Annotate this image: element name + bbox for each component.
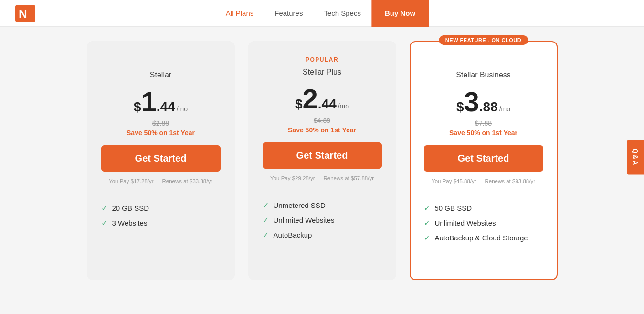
feature-text: 3 Websites: [112, 219, 148, 227]
main-nav: All Plans Features Tech Specs Buy Now: [215, 0, 429, 27]
price-decimal: .44: [157, 100, 175, 114]
billing-note: You Pay $45.88/yr — Renews at $93.88/yr: [424, 178, 543, 184]
price-main: 3: [464, 88, 479, 116]
plan-name: Stellar Plus: [263, 68, 382, 76]
price-period: /mo: [338, 102, 349, 110]
check-icon: ✓: [424, 218, 430, 227]
feature-item: ✓ 3 Websites: [101, 218, 221, 227]
price-dollar: $: [295, 97, 303, 111]
feature-item: ✓ AutoBackup: [263, 230, 382, 239]
nav-all-plans[interactable]: All Plans: [215, 0, 264, 27]
feature-text: Unlimited Websites: [435, 219, 496, 227]
save-text: Save 50% on 1st Year: [263, 126, 382, 134]
billing-note: You Pay $29.28/yr — Renews at $57.88/yr: [263, 175, 382, 181]
check-icon: ✓: [424, 204, 430, 213]
price-main: 2: [303, 85, 318, 113]
feature-item: ✓ 20 GB SSD: [101, 204, 221, 213]
plan-name: Stellar: [101, 71, 221, 79]
features-list: ✓ 50 GB SSD ✓ Unlimited Websites ✓ AutoB…: [424, 204, 543, 242]
get-started-button[interactable]: Get Started: [263, 142, 382, 169]
divider: [101, 195, 221, 195]
plan-card-stellar-business: NEW FEATURE - ON CLOUDStellar Business $…: [410, 41, 558, 280]
get-started-button[interactable]: Get Started: [424, 145, 543, 172]
price-row: $ 1 .44 /mo: [101, 88, 221, 116]
feature-item: ✓ Unlimited Websites: [263, 216, 382, 225]
get-started-button[interactable]: Get Started: [101, 145, 221, 172]
pricing-section: Stellar $ 1 .44 /mo $2.88Save 50% on 1st…: [0, 27, 644, 299]
popular-label: POPULAR: [263, 56, 382, 63]
feature-text: AutoBackup: [274, 231, 312, 239]
original-price: $7.88: [424, 119, 543, 127]
check-icon: ✓: [263, 230, 269, 239]
price-row: $ 3 .88 /mo: [424, 88, 543, 116]
price-period: /mo: [499, 105, 510, 113]
check-icon: ✓: [263, 201, 269, 210]
check-icon: ✓: [263, 216, 269, 225]
logo[interactable]: N: [15, 5, 35, 22]
original-price: $4.88: [263, 117, 382, 124]
nav-features[interactable]: Features: [264, 0, 313, 27]
check-icon: ✓: [101, 204, 107, 213]
nav-buy-now[interactable]: Buy Now: [371, 0, 429, 27]
feature-text: Unmetered SSD: [274, 201, 326, 209]
feature-text: 50 GB SSD: [435, 204, 472, 212]
plan-card-stellar-plus: POPULARStellar Plus $ 2 .44 /mo $4.88Sav…: [248, 41, 396, 280]
header: N All Plans Features Tech Specs Buy Now: [0, 0, 644, 27]
save-text: Save 50% on 1st Year: [101, 129, 221, 137]
features-list: ✓ 20 GB SSD ✓ 3 Websites: [101, 204, 221, 227]
svg-text:N: N: [19, 7, 27, 20]
check-icon: ✓: [424, 233, 430, 242]
price-dollar: $: [134, 100, 141, 114]
original-price: $2.88: [101, 119, 221, 127]
feature-text: Unlimited Websites: [274, 216, 335, 224]
feature-item: ✓ Unmetered SSD: [263, 201, 382, 210]
feature-item: ✓ AutoBackup & Cloud Storage: [424, 233, 543, 242]
divider: [424, 195, 543, 195]
price-period: /mo: [177, 105, 188, 113]
feature-item: ✓ 50 GB SSD: [424, 204, 543, 213]
check-icon: ✓: [101, 218, 107, 227]
feature-text: AutoBackup & Cloud Storage: [435, 234, 528, 242]
billing-note: You Pay $17.28/yr — Renews at $33.88/yr: [101, 178, 221, 184]
plan-name: Stellar Business: [424, 71, 543, 79]
price-main: 1: [141, 88, 157, 116]
divider: [263, 192, 382, 192]
price-decimal: .44: [318, 97, 337, 111]
feature-text: 20 GB SSD: [112, 204, 149, 212]
qa-tab[interactable]: Q&A: [627, 140, 644, 174]
feature-item: ✓ Unlimited Websites: [424, 218, 543, 227]
price-row: $ 2 .44 /mo: [263, 85, 382, 113]
price-decimal: .88: [479, 100, 498, 114]
nav-tech-specs[interactable]: Tech Specs: [313, 0, 371, 27]
price-dollar: $: [456, 100, 464, 114]
features-list: ✓ Unmetered SSD ✓ Unlimited Websites ✓ A…: [263, 201, 382, 239]
save-text: Save 50% on 1st Year: [424, 129, 543, 137]
plan-badge: NEW FEATURE - ON CLOUD: [439, 35, 528, 45]
plan-card-stellar: Stellar $ 1 .44 /mo $2.88Save 50% on 1st…: [87, 41, 235, 280]
